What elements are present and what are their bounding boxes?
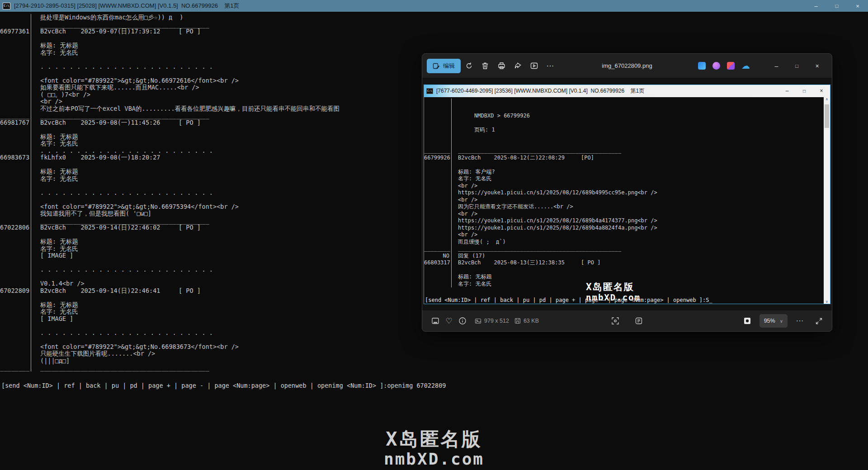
nested-console-body: NMDBXD > 66799926 页码: 1_________________… (424, 97, 830, 304)
post-line: https://youke1.picui.cn/s1/2025/08/12/68… (424, 189, 830, 197)
post-line: <br /> (424, 211, 830, 218)
post-line: ________________________________________… (424, 147, 830, 155)
zoom-level-dropdown[interactable]: 95% ∨ (760, 314, 788, 328)
post-line: <br /> (424, 231, 830, 239)
delete-icon[interactable] (477, 59, 493, 73)
post-line: 批处理是Windows的东西你mac怎么用□彡☆)) д ) (0, 14, 868, 21)
post-line (424, 267, 830, 274)
photos-close-button[interactable]: × (807, 58, 827, 74)
photos-app-window: 编辑 ··· img_6 (422, 53, 832, 332)
photos-toolbar: 编辑 ··· img_6 (422, 54, 832, 78)
post-line: https://youke1.picui.cn/s1/2025/08/12/68… (424, 217, 830, 225)
watermark-line2: nmbXD.com (0, 450, 868, 468)
nested-watermark-line1: X岛匿名版 (586, 282, 641, 292)
minimize-button[interactable]: – (806, 0, 826, 12)
post-line (424, 133, 830, 141)
nested-console-title: [7677-6020-4469-2095] [23536] [WWW.NMBXD… (436, 87, 644, 95)
maximize-button[interactable]: □ (826, 0, 847, 12)
post-line: ________________________________________… (424, 245, 830, 253)
post-line: 66803317B2vcBch 2025-08-13(三)12:38:35 [ … (424, 259, 830, 267)
post-line: 页码: 1 (424, 127, 830, 134)
copilot-app-icon[interactable] (712, 62, 720, 70)
clipchamp-app-icon[interactable] (727, 62, 735, 70)
photo-viewer-canvas: C:\ [7677-6020-4469-2095] [23536] [WWW.N… (422, 78, 832, 310)
post-line: (|||□д□] (0, 357, 868, 365)
titlebar-app-icons: ☁ (698, 62, 749, 70)
image-dimensions: 979 x 512 (475, 318, 509, 324)
site-watermark: X岛匿名版 nmbXD.com (0, 428, 868, 468)
post-line (424, 99, 830, 106)
post-line: https://youke1.picui.cn/s1/2025/08/12/68… (424, 225, 830, 232)
photo-filename-title: img_67022809.png (602, 62, 652, 69)
post-line: 只能硬生生下载图片看呢.......<br /> (0, 350, 868, 357)
post-line (424, 119, 830, 127)
nested-post-list: NMDBXD > 66799926 页码: 1_________________… (424, 99, 830, 288)
file-size-icon (514, 318, 521, 324)
post-line: 标题: 无标题 (0, 42, 868, 49)
post-line: 66977361B2vcBch 2025-09-07(日)17:39:12 [ … (0, 28, 868, 35)
post-line: <br /> (424, 183, 830, 190)
nested-command-line: [send <Num:ID> | ref | back | pu | pd | … (425, 297, 712, 303)
watermark-line1: X岛匿名版 (0, 428, 868, 450)
share-icon[interactable] (509, 59, 526, 73)
post-line: <br /> (424, 197, 830, 204)
post-line: NMDBXD > 66799926 (424, 113, 830, 120)
close-button[interactable]: × (847, 0, 868, 12)
slideshow-icon[interactable] (526, 59, 542, 73)
post-line: ________________________________________… (0, 21, 868, 28)
nested-close-button: × (813, 85, 830, 97)
command-input-line[interactable]: [send <Num:ID> | ref | back | pu | pd | … (1, 382, 446, 389)
post-line: 因为它只能查看文字还不能发话......<br /> (424, 203, 830, 211)
post-line: ________________________________________… (0, 364, 868, 371)
post-line (0, 35, 868, 42)
background-toggle-icon[interactable] (741, 314, 754, 328)
print-icon[interactable] (493, 59, 509, 73)
post-line: 标题: 无标题 (424, 273, 830, 281)
post-line: 名字: 无名氏 (424, 175, 830, 183)
scroll-down-arrow-icon: ∨ (826, 300, 828, 304)
edit-image-icon (433, 62, 440, 70)
console-titlebar: C:\ [2794-2910-2895-0315] [25028] [WWW.N… (0, 0, 868, 12)
post-line: 66799926B2vcBch 2025-08-12(二)22:08:29 [P… (424, 155, 830, 162)
edit-button-label: 编辑 (443, 62, 455, 70)
rotate-icon[interactable] (461, 59, 477, 73)
compare-view-icon[interactable] (632, 314, 646, 328)
post-line (424, 161, 830, 169)
photos-minimize-button[interactable]: – (766, 58, 787, 74)
image-size-icon (475, 318, 481, 324)
info-icon[interactable] (456, 314, 469, 328)
nested-maximize-button: □ (796, 85, 813, 97)
photo-image-nested-console: C:\ [7677-6020-4469-2095] [23536] [WWW.N… (424, 85, 830, 304)
favorite-heart-icon[interactable]: ♡ (442, 314, 456, 328)
photos-statusbar: ♡ 979 x 512 63 KB (422, 310, 832, 331)
post-line: 而且缓慢( ; д`) (424, 239, 830, 246)
scroll-up-arrow-icon: ∧ (826, 97, 828, 101)
post-line (424, 141, 830, 148)
post-line (0, 336, 868, 343)
onedrive-cloud-icon[interactable]: ☁ (741, 62, 749, 70)
post-line (424, 105, 830, 113)
nested-scrollbar: ∧ ∨ (824, 97, 830, 304)
statusbar-more-icon[interactable]: ··· (793, 314, 807, 328)
designer-app-icon[interactable] (698, 62, 706, 70)
fullscreen-icon[interactable] (812, 314, 826, 328)
console-icon: C:\ (3, 3, 10, 9)
nested-minimize-button: – (778, 85, 796, 97)
nested-console-titlebar: C:\ [7677-6020-4469-2095] [23536] [WWW.N… (424, 85, 830, 97)
filmstrip-toggle-icon[interactable] (429, 314, 442, 328)
nested-scrollbar-thumb (825, 104, 829, 128)
zoom-level-value: 95% (764, 318, 775, 324)
more-options-icon[interactable]: ··· (542, 59, 558, 73)
file-size: 63 KB (514, 318, 539, 324)
photos-maximize-button[interactable]: □ (787, 58, 807, 74)
edit-button[interactable]: 编辑 (427, 59, 461, 73)
nested-console-icon: C:\ (426, 88, 433, 94)
chevron-down-icon: ∨ (780, 319, 783, 324)
console-window-title: [2794-2910-2895-0315] [25028] [WWW.NMBXD… (14, 2, 240, 10)
zoom-to-fit-icon[interactable] (609, 314, 622, 328)
post-line: <font color="#789922">&gt;&gt;No.6698367… (0, 343, 868, 351)
post-line: NO回复 (17) (424, 253, 830, 260)
post-line: 标题: 客户端? (424, 169, 830, 176)
